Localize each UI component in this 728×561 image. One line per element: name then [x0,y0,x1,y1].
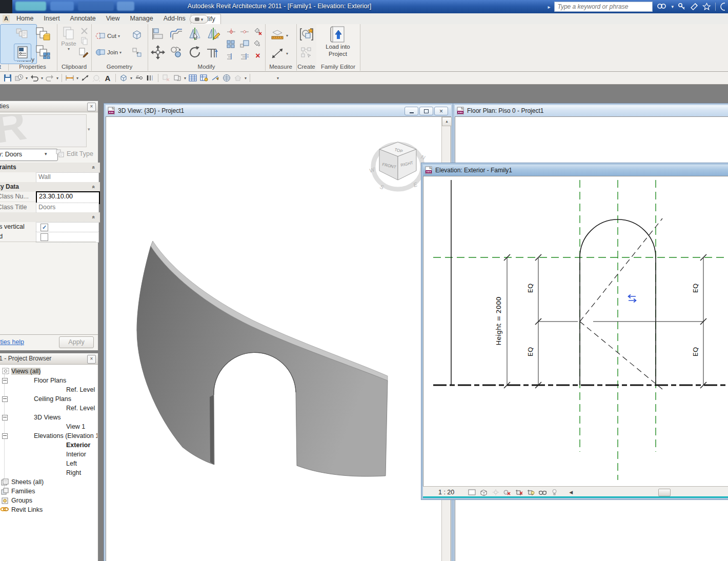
tree-item-families[interactable]: Families [0,487,97,496]
constraints-section-header[interactable]: Constraints « [0,163,100,173]
unpin-icon[interactable] [252,27,264,36]
always-vertical-checkbox[interactable]: ✓ [41,224,48,231]
delete-icon[interactable]: × [252,51,264,61]
aligned-dimension-icon[interactable] [65,73,75,83]
tree-item-ref-level-2[interactable]: Ref. Level [0,404,97,413]
offset-icon[interactable] [168,26,185,42]
floor-plan-titlebar[interactable]: Floor Plan: Piso 0 - Project1 [455,105,728,117]
visual-style-icon[interactable] [479,488,488,496]
tree-item-views-all[interactable]: Views (all) [0,367,97,376]
show-hidden-box-icon[interactable] [130,28,144,42]
sun-path-icon[interactable] [491,488,500,496]
tab-view[interactable]: View [101,13,125,24]
tree-item-left[interactable]: Left [0,459,97,468]
create-similar-icon[interactable] [299,46,314,60]
identity-data-section-header[interactable]: Identity Data « [0,182,100,192]
match-properties-icon[interactable] [77,47,90,58]
crop-view-icon[interactable] [515,488,523,496]
eq-dimension-text[interactable]: EQ [527,284,534,293]
tag-icon[interactable] [91,73,102,83]
tree-item-ceiling-plans[interactable]: Ceiling Plans [0,394,97,404]
collapse-box-icon[interactable] [2,433,8,439]
split-with-gap-icon[interactable] [239,27,250,36]
sketch-line-icon[interactable] [210,73,220,83]
shared-checkbox[interactable] [41,233,48,241]
cut-geometry-button[interactable]: Cut ▾ [95,31,120,41]
3d-view-canvas[interactable]: W S E N TOP FRONT RIGHT [106,116,451,561]
scroll-up-icon[interactable]: ▴ [442,117,452,126]
tab-addins[interactable]: Add-Ins [158,13,191,24]
height-dimension-text[interactable]: Height = 2000 [495,296,502,345]
array-icon[interactable] [226,39,237,49]
view-scale[interactable]: 1 : 20 [438,489,454,496]
elevation-titlebar[interactable]: Elevation: Exterior - Family1 [423,165,728,176]
minimize-button[interactable] [405,107,418,115]
undo-icon[interactable] [29,73,39,83]
family-types-button[interactable] [14,26,30,42]
search-input[interactable] [554,2,653,12]
tree-item-right[interactable]: Right [0,468,97,477]
restore-button[interactable] [419,107,433,115]
justify-lines-icon[interactable] [239,52,250,61]
infocenter-toggle-icon[interactable]: ▸ [548,4,550,10]
properties-palette-title[interactable]: Properties [0,101,98,112]
synchronize-icon[interactable] [14,73,24,83]
communication-center-icon[interactable] [690,3,698,11]
toolbar-overflow-icon[interactable]: ▾ [276,76,280,81]
detail-level-icon[interactable] [468,488,476,496]
help-icon[interactable] [720,3,725,11]
text-tool-icon[interactable]: A [103,73,113,83]
project-browser-title[interactable]: Family1 - Project Browser [0,353,98,365]
viewcube[interactable]: W S E N TOP FRONT RIGHT [366,135,430,195]
section-icon[interactable] [134,73,144,83]
paste-button[interactable]: Paste ▾ [60,26,77,51]
cut-clipboard-icon[interactable] [79,26,89,35]
copy-clipboard-icon[interactable] [79,36,89,46]
tab-annotate[interactable]: Annotate [65,13,101,24]
pin-icon[interactable] [252,39,264,49]
crop-region-visibility-icon[interactable] [527,488,535,496]
preview-dropdown-icon[interactable]: ▾ [88,127,90,132]
search-dropdown-icon[interactable]: ▾ [671,4,674,9]
3d-view-titlebar[interactable]: 3D View: {3D} - Project1 × [106,105,451,117]
join-geometry-button[interactable]: Join ▾ [95,48,122,57]
eq-dimension-text[interactable]: EQ [527,347,534,356]
tree-item-ref-level[interactable]: Ref. Level [0,385,97,394]
tree-item-floor-plans[interactable]: Floor Plans [0,376,97,385]
tab-manage[interactable]: Manage [125,13,158,24]
collapse-box-icon[interactable] [2,378,8,384]
tree-item-3d-views[interactable]: 3D Views [0,413,97,422]
shadows-icon[interactable] [503,488,512,496]
align-icon[interactable] [150,26,166,42]
tree-item-sheets-all[interactable]: Sheets (all) [0,477,97,487]
flip-control-icon[interactable] [629,295,636,303]
subscription-key-icon[interactable] [678,3,686,11]
properties-help-link[interactable]: Properties help [0,338,24,346]
opening-diagonal-upper[interactable] [580,218,662,322]
temporary-hide-isolate-icon[interactable] [550,488,559,496]
measure-icon[interactable] [80,73,90,83]
tree-item-view-1[interactable]: View 1 [0,422,97,431]
properties-palette-button[interactable] [14,44,31,61]
edit-type-button[interactable]: Edit Type [56,149,93,158]
favorites-star-icon[interactable] [702,3,711,11]
type-selector-dropdown-icon[interactable]: ▾ [45,151,47,156]
tree-item-exterior[interactable]: Exterior [0,440,97,450]
tree-item-elevations[interactable]: Elevations (Elevation 1) [0,431,97,440]
elevation-canvas[interactable]: Height = 2000 EQ EQ EQ EQ [423,176,728,487]
horizontal-scrollbar-thumb[interactable] [658,489,671,496]
copy-icon[interactable] [168,45,185,60]
dropdown-icon[interactable]: ▾ [129,76,133,81]
mirror-draw-axis-icon[interactable] [205,26,221,42]
panel-display-toggle[interactable]: ▾ [190,15,208,24]
scale-icon[interactable] [239,39,250,49]
collapse-box-icon[interactable] [2,396,8,402]
eq-dimension-text[interactable]: EQ [692,347,699,356]
collapse-chevron-icon[interactable]: « [88,215,98,218]
tree-item-revit-links[interactable]: Revit Links [0,505,97,514]
collapse-chevron-icon[interactable]: « [88,166,98,169]
home-view-icon[interactable] [233,73,243,83]
rotate-icon[interactable] [187,45,203,60]
measure-between-refs-button[interactable]: ▾ [270,47,288,60]
dimension-lines[interactable] [507,257,703,385]
